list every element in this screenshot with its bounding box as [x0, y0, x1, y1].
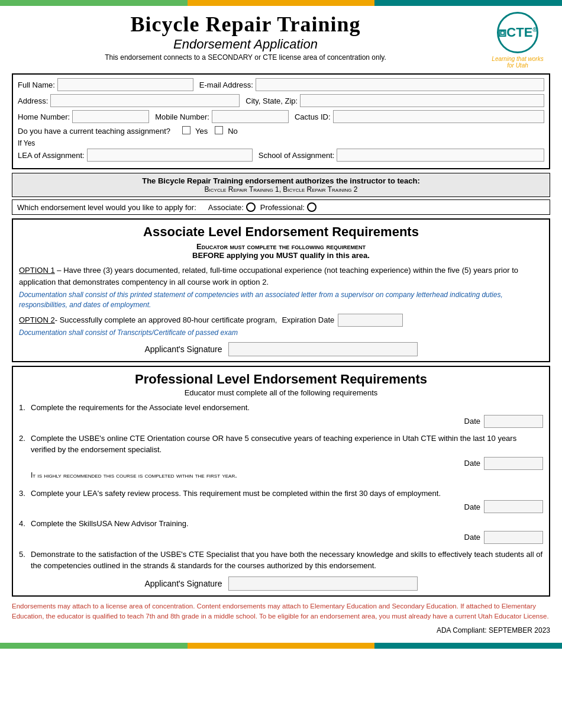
assoc-signature-input[interactable]	[228, 342, 418, 356]
city-state-zip-input[interactable]	[300, 94, 544, 107]
prof-title: Professional Level Endorsement Requireme…	[19, 372, 543, 387]
expiration-input[interactable]	[338, 314, 403, 327]
bottom-bar-teal	[374, 643, 562, 649]
home-number-label: Home Number:	[18, 112, 70, 121]
associate-section: Associate Level Endorsement Requirements…	[12, 218, 550, 362]
sub-description: This endorsement connects to a SECONDARY…	[12, 53, 479, 62]
home-number-input[interactable]	[72, 110, 149, 123]
lea-input[interactable]	[87, 149, 253, 162]
authorize-box: The Bicycle Repair Training endorsement …	[12, 173, 550, 197]
personal-info-section: Full Name: E-mail Address: Address: City…	[12, 73, 550, 169]
option2-row: OPTION 2 - Successfully complete an appr…	[19, 314, 543, 327]
assoc-before: BEFORE applying you MUST qualify in this…	[19, 251, 543, 260]
authorize-line2: Bicycle Repair Training 1, Bicycle Repai…	[15, 185, 547, 194]
prof-req-2-date-label: Date	[464, 458, 480, 469]
associate-radio[interactable]	[246, 202, 256, 212]
city-state-zip-label: City, State, Zip:	[246, 96, 298, 105]
prof-req-2-date-input[interactable]	[484, 457, 543, 470]
cactus-id-input[interactable]	[333, 110, 544, 123]
prof-req-2-text: Complete the USBE's online CTE Orientati…	[31, 434, 516, 455]
mobile-number-input[interactable]	[212, 110, 289, 123]
prof-req-2-note: It is highly recommended this course is …	[31, 470, 543, 481]
yes-label: Yes	[195, 127, 208, 136]
school-label: School of Assignment:	[259, 151, 335, 160]
main-title: Bicycle Repair Training	[12, 12, 479, 37]
prof-req-3-date-label: Date	[464, 501, 480, 513]
professional-radio[interactable]	[307, 202, 316, 212]
phone-row: Home Number: Mobile Number: Cactus ID:	[18, 110, 544, 123]
address-input[interactable]	[50, 94, 240, 107]
prof-req-3-text: Complete your LEA's safety review proces…	[31, 489, 441, 498]
bottom-bar-green	[0, 643, 188, 649]
top-color-bar	[0, 0, 562, 6]
prof-req-1-date-input[interactable]	[484, 415, 543, 428]
lea-label: LEA of Assignment:	[18, 151, 85, 160]
prof-req-1-content: Complete the requirements for the Associ…	[31, 402, 543, 428]
prof-req-2-date-row: Date	[31, 457, 543, 470]
authorize-line1: The Bicycle Repair Training endorsement …	[15, 176, 547, 185]
prof-req-3-date-row: Date	[31, 500, 543, 513]
no-checkbox[interactable]	[215, 126, 225, 136]
top-bar-green	[0, 0, 188, 6]
expiration-label: Expiration Date	[282, 315, 334, 324]
option1-text: OPTION 1 – Have three (3) years document…	[19, 265, 543, 288]
cte-c: ⧈	[498, 25, 506, 40]
teaching-assignment-row: Do you have a current teaching assignmen…	[18, 126, 544, 136]
option1-label: OPTION 1	[19, 266, 55, 275]
professional-label: Professional:	[260, 203, 305, 212]
bottom-bar-orange	[188, 643, 375, 649]
prof-signature-input[interactable]	[228, 576, 418, 591]
prof-req-1-date-row: Date	[31, 415, 543, 428]
yes-checkbox-box[interactable]	[182, 126, 190, 134]
teaching-assignment-label: Do you have a current teaching assignmen…	[18, 127, 170, 136]
assoc-signature-row: Applicant's Signature	[19, 342, 543, 356]
lea-school-row: LEA of Assignment: School of Assignment:	[18, 149, 544, 162]
header-section: Bicycle Repair Training Endorsement Appl…	[12, 12, 550, 69]
no-checkbox-box[interactable]	[215, 126, 223, 134]
assoc-title: Associate Level Endorsement Requirements	[19, 224, 543, 240]
prof-req-4-date-input[interactable]	[484, 531, 543, 544]
ada-row: ADA Compliant: SEPTEMBER 2023	[12, 626, 550, 634]
professional-section: Professional Level Endorsement Requireme…	[12, 366, 550, 597]
prof-req-4-num: 4.	[19, 518, 31, 530]
prof-req-1-date-label: Date	[464, 415, 480, 427]
prof-req-4-text: Complete the SkillsUSA New Advisor Train…	[31, 519, 189, 528]
cte-circle: ⧈CTE®	[497, 12, 538, 53]
option2-blue: Documentation shall consist of Transcrip…	[19, 328, 543, 338]
endorse-level-label: Which endorsement level would you like t…	[17, 203, 196, 212]
prof-req-3-num: 3.	[19, 488, 31, 500]
email-input[interactable]	[256, 78, 544, 91]
prof-req-4: 4. Complete the SkillsUSA New Advisor Tr…	[19, 518, 543, 544]
cte-text: ⧈CTE®	[498, 25, 537, 40]
prof-req-3-date-input[interactable]	[484, 500, 543, 513]
endorse-level-row: Which endorsement level would you like t…	[12, 199, 550, 215]
assoc-signature-label: Applicant's Signature	[144, 344, 222, 354]
mobile-number-label: Mobile Number:	[155, 112, 209, 121]
lea-row: If Yes	[18, 139, 544, 147]
prof-req-1-text: Complete the requirements for the Associ…	[31, 403, 250, 412]
cactus-id-label: Cactus ID:	[295, 112, 331, 121]
if-yes-label: If Yes	[18, 139, 35, 147]
prof-req-4-content: Complete the SkillsUSA New Advisor Train…	[31, 518, 543, 544]
address-row: Address: City, State, Zip:	[18, 94, 544, 107]
prof-req-1: 1. Complete the requirements for the Ass…	[19, 402, 543, 428]
prof-subtitle: Educator must complete all of the follow…	[19, 388, 543, 397]
prof-req-4-date-label: Date	[464, 531, 480, 543]
cte-tagline: Learning that works for Utah	[492, 56, 543, 69]
prof-signature-row: Applicant's Signature	[19, 576, 543, 591]
full-name-input[interactable]	[57, 78, 193, 91]
cte-label: CTE	[506, 25, 532, 40]
yes-checkbox[interactable]	[182, 126, 193, 136]
email-label: E-mail Address:	[199, 80, 253, 89]
prof-req-2: 2. Complete the USBE's online CTE Orient…	[19, 433, 543, 483]
bottom-color-bar	[0, 643, 562, 649]
assoc-subtitle: Educator must complete the following req…	[19, 242, 543, 251]
header-text: Bicycle Repair Training Endorsement Appl…	[12, 12, 479, 62]
no-label: No	[228, 127, 238, 136]
school-input[interactable]	[337, 149, 544, 162]
top-bar-teal	[374, 0, 562, 6]
prof-req-5-text: Demonstrate to the satisfaction of the U…	[31, 550, 542, 571]
prof-req-3-content: Complete your LEA's safety review proces…	[31, 488, 543, 514]
top-bar-orange	[188, 0, 375, 6]
cte-reg: ®	[532, 27, 537, 33]
